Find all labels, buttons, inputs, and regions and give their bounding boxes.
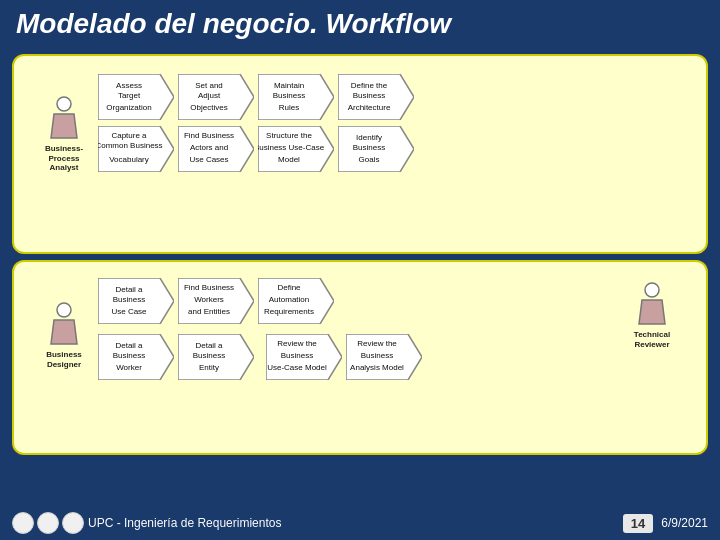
task-review-use-case-arrow: Review the Business Use-Case Model (266, 334, 342, 380)
svg-text:Review the: Review the (277, 339, 317, 348)
actor-icon-reviewer (637, 282, 667, 328)
svg-text:Worker: Worker (116, 363, 142, 372)
svg-text:Find Business: Find Business (184, 131, 234, 140)
actor-icon-designer (49, 302, 79, 348)
task-identify-goals-arrow: Identify Business Goals (338, 126, 414, 172)
top-row-1: Assess Target Organization Set and Adjus… (98, 74, 694, 120)
svg-text:Architecture: Architecture (348, 103, 391, 112)
task-set-adjust: Set and Adjust Objectives (178, 74, 254, 120)
task-find-actors-arrow: Find Business Actors and Use Cases (178, 126, 254, 172)
svg-marker-37 (639, 300, 665, 324)
svg-text:Detail a: Detail a (115, 341, 143, 350)
svg-marker-1 (51, 114, 77, 138)
svg-text:Requirements: Requirements (264, 307, 314, 316)
svg-text:Analysis Model: Analysis Model (350, 363, 404, 372)
bottom-box-inner: BusinessDesigner TechnicalReviewer D (26, 272, 694, 443)
task-assess: Assess Target Organization (98, 74, 174, 120)
footer-institution: UPC - Ingeniería de Requerimientos (88, 516, 281, 530)
svg-text:Business: Business (113, 295, 145, 304)
task-capture-vocab: Capture a Common Business Vocabulary (98, 126, 174, 172)
task-define-automation-arrow: Define Automation Requirements (258, 278, 334, 324)
svg-text:Use-Case Model: Use-Case Model (267, 363, 327, 372)
svg-text:Target: Target (118, 91, 141, 100)
svg-text:Business Use-Case: Business Use-Case (258, 143, 325, 152)
task-maintain-rules-arrow: Maintain Business Rules (258, 74, 334, 120)
task-structure-model: Structure the Business Use-Case Model (258, 126, 334, 172)
bottom-row-1: Detail a Business Use Case Find Business… (98, 278, 422, 328)
svg-text:Workers: Workers (194, 295, 224, 304)
page-title: Modelado del negocio. Workflow (0, 0, 720, 48)
svg-text:Rules: Rules (279, 103, 299, 112)
task-assess-arrow: Assess Target Organization (98, 74, 174, 120)
page-number: 14 (623, 514, 653, 533)
actor-icon-analyst (49, 96, 79, 142)
bottom-tasks-area-left: Detail a Business Use Case Find Business… (98, 272, 422, 384)
actor-reviewer-label: TechnicalReviewer (634, 330, 670, 349)
logo-2 (37, 512, 59, 534)
top-workflow-box: Business-ProcessAnalyst Assess Target Or… (12, 54, 708, 254)
svg-point-0 (57, 97, 71, 111)
svg-text:Business: Business (281, 351, 313, 360)
svg-text:Business: Business (353, 143, 385, 152)
svg-text:Business: Business (273, 91, 305, 100)
svg-text:Vocabulary: Vocabulary (109, 155, 149, 164)
svg-text:Business: Business (193, 351, 225, 360)
footer-right: 14 6/9/2021 (623, 514, 708, 533)
task-identify-goals: Identify Business Goals (338, 126, 414, 172)
svg-text:Automation: Automation (269, 295, 309, 304)
svg-text:Objectives: Objectives (190, 103, 227, 112)
svg-text:Detail a: Detail a (195, 341, 223, 350)
svg-text:Define the: Define the (351, 81, 388, 90)
actor-designer-label: BusinessDesigner (46, 350, 82, 369)
task-detail-use-case: Detail a Business Use Case (98, 278, 174, 328)
task-detail-use-case-arrow: Detail a Business Use Case (98, 278, 174, 324)
task-review-analysis-model: Review the Business Analysis Model (346, 334, 422, 384)
top-row-2: Capture a Common Business Vocabulary Fin… (98, 126, 694, 172)
svg-text:Review the: Review the (357, 339, 397, 348)
task-define-architecture: Define the Business Architecture (338, 74, 414, 120)
svg-text:Identify: Identify (356, 133, 382, 142)
svg-text:Business: Business (113, 351, 145, 360)
svg-text:Adjust: Adjust (198, 91, 221, 100)
svg-text:Assess: Assess (116, 81, 142, 90)
top-box-inner: Business-ProcessAnalyst Assess Target Or… (26, 66, 694, 242)
actor-business-process-analyst: Business-ProcessAnalyst (30, 96, 98, 173)
svg-text:Actors and: Actors and (190, 143, 228, 152)
task-find-workers: Find Business Workers and Entities (178, 278, 254, 328)
task-define-automation: Define Automation Requirements (258, 278, 334, 328)
svg-text:Capture a: Capture a (111, 131, 147, 140)
logo-1 (12, 512, 34, 534)
svg-text:Structure the: Structure the (266, 131, 312, 140)
footer-date: 6/9/2021 (661, 516, 708, 530)
task-detail-entity-arrow: Detail a Business Entity (178, 334, 254, 380)
svg-text:Use Case: Use Case (111, 307, 147, 316)
task-capture-vocab-arrow: Capture a Common Business Vocabulary (98, 126, 174, 172)
task-maintain-rules: Maintain Business Rules (258, 74, 334, 120)
svg-text:Common Business: Common Business (98, 141, 163, 150)
footer: UPC - Ingeniería de Requerimientos 14 6/… (0, 512, 720, 534)
footer-logos (12, 512, 84, 534)
task-review-analysis-arrow: Review the Business Analysis Model (346, 334, 422, 380)
main-content: Business-ProcessAnalyst Assess Target Or… (0, 48, 720, 461)
review-tasks-group: Review the Business Use-Case Model Revie… (266, 334, 422, 384)
svg-text:Maintain: Maintain (274, 81, 304, 90)
actor-business-designer: BusinessDesigner (30, 302, 98, 369)
task-set-adjust-arrow: Set and Adjust Objectives (178, 74, 254, 120)
svg-marker-35 (51, 320, 77, 344)
svg-text:Goals: Goals (359, 155, 380, 164)
task-review-use-case-model: Review the Business Use-Case Model (266, 334, 342, 384)
logo-3 (62, 512, 84, 534)
bottom-workflow-box: BusinessDesigner TechnicalReviewer D (12, 260, 708, 455)
bottom-row-2: Detail a Business Worker Detail a Busine… (98, 334, 422, 384)
task-find-actors: Find Business Actors and Use Cases (178, 126, 254, 172)
actor-analyst-label: Business-ProcessAnalyst (30, 144, 98, 173)
svg-text:Define: Define (277, 283, 301, 292)
svg-text:and Entities: and Entities (188, 307, 230, 316)
task-structure-model-arrow: Structure the Business Use-Case Model (258, 126, 334, 172)
footer-left: UPC - Ingeniería de Requerimientos (12, 512, 281, 534)
svg-text:Use Cases: Use Cases (189, 155, 228, 164)
svg-text:Entity: Entity (199, 363, 219, 372)
svg-text:Business: Business (353, 91, 385, 100)
svg-text:Organization: Organization (106, 103, 151, 112)
task-find-workers-arrow: Find Business Workers and Entities (178, 278, 254, 324)
